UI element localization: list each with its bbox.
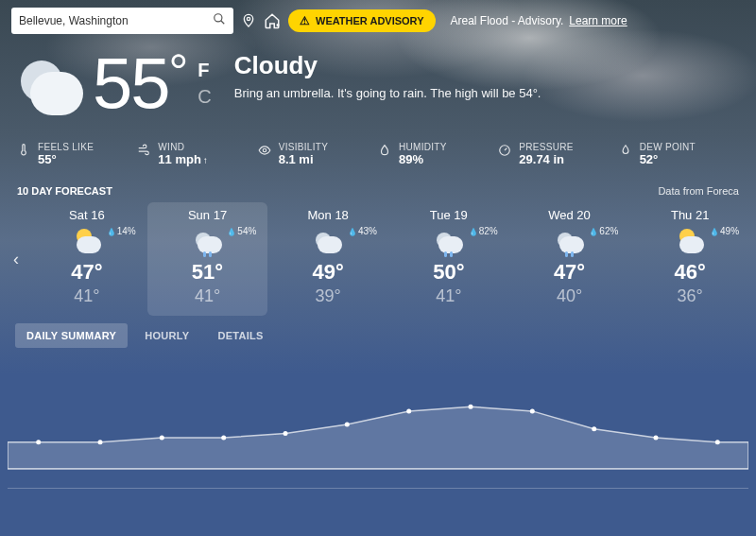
summary-text: Bring an umbrella. It's going to rain. T… [234, 86, 739, 100]
current-temp: 55° [93, 47, 186, 119]
svg-point-16 [530, 408, 535, 413]
search-icon[interactable] [213, 12, 226, 29]
day-weather-icon: 14% [30, 226, 144, 258]
svg-point-5 [263, 148, 266, 152]
svg-point-11 [221, 436, 226, 441]
metric-dew-point: DEW POINT52° [619, 142, 739, 166]
location-pin-icon[interactable] [241, 13, 256, 28]
svg-point-12 [284, 431, 288, 436]
day-high: 50° [392, 260, 506, 285]
day-high: 46° [633, 260, 747, 285]
tab-details[interactable]: DETAILS [206, 323, 274, 348]
day-name: Sun 17 [151, 208, 265, 222]
unit-fahrenheit[interactable]: F [198, 57, 211, 83]
day-precip: 82% [469, 226, 498, 236]
forecast-day[interactable]: Mon 1843%49°39° [267, 202, 388, 316]
day-low: 39° [271, 286, 385, 306]
data-source: Data from Foreca [658, 185, 739, 197]
svg-point-9 [98, 440, 103, 444]
day-high: 49° [271, 260, 385, 285]
humidity-icon [378, 144, 391, 161]
day-low: 36° [633, 286, 747, 306]
day-precip: 49% [710, 226, 739, 236]
search-input[interactable] [19, 14, 213, 27]
warning-icon: ⚠ [300, 14, 310, 27]
forecast-day[interactable]: Thu 2149%46°36° [629, 202, 750, 316]
wind-direction-icon: ↑ [203, 155, 208, 165]
advisory-text: Areal Flood - Advisory. [451, 14, 564, 27]
tab-hourly[interactable]: HOURLY [133, 323, 200, 348]
current-weather-icon [17, 53, 87, 123]
dewpoint-icon [619, 144, 632, 161]
day-name: Tue 19 [392, 208, 506, 222]
forecast-day[interactable]: Tue 1982%50°41° [388, 202, 509, 316]
svg-point-15 [469, 405, 473, 409]
day-precip: 54% [227, 226, 256, 236]
weather-advisory-badge[interactable]: ⚠ WEATHER ADVISORY [288, 9, 436, 32]
day-name: Wed 20 [513, 208, 627, 222]
thermometer-icon [17, 144, 30, 161]
day-name: Thu 21 [633, 208, 747, 222]
day-weather-icon: 43% [271, 226, 385, 258]
day-high: 47° [513, 260, 627, 285]
day-low: 41° [30, 286, 144, 306]
metric-wind: WIND11 mph↑ [137, 142, 257, 166]
metric-feels-like: FEELS LIKE55° [17, 142, 137, 166]
forecast-prev-button[interactable]: ‹ [6, 250, 26, 269]
search-box[interactable] [11, 8, 233, 34]
forecast-title: 10 DAY FORECAST [17, 185, 112, 197]
advisory-label: WEATHER ADVISORY [316, 15, 424, 26]
metric-humidity: HUMIDITY89% [378, 142, 498, 166]
svg-point-0 [215, 14, 222, 22]
day-low: 40° [513, 286, 627, 306]
svg-point-14 [406, 408, 411, 413]
forecast-day[interactable]: Wed 2062%47°40° [509, 202, 630, 316]
svg-point-10 [160, 436, 164, 441]
day-weather-icon: 49% [633, 226, 747, 258]
day-high: 47° [30, 260, 144, 285]
gauge-icon [498, 144, 511, 161]
learn-more-link[interactable]: Learn more [569, 14, 627, 27]
condition-text: Cloudy [234, 51, 739, 80]
home-add-icon[interactable] [264, 12, 281, 29]
day-precip: 14% [107, 226, 136, 236]
day-name: Mon 18 [271, 208, 385, 222]
forecast-day[interactable]: Sun 1754%51°41° [147, 202, 268, 316]
svg-line-7 [505, 148, 507, 150]
svg-point-18 [654, 436, 659, 441]
day-weather-icon: 82% [392, 226, 506, 258]
svg-point-17 [592, 426, 596, 431]
day-high: 51° [151, 260, 265, 285]
day-weather-icon: 62% [513, 226, 627, 258]
forecast-day[interactable]: Sat 1614%47°41° [26, 202, 147, 316]
day-weather-icon: 54% [151, 226, 265, 258]
hourly-chart: 42°50%1AM42°47%3AM43°45%5AM43°44%7AM44°4… [0, 352, 756, 503]
tab-daily-summary[interactable]: DAILY SUMMARY [15, 323, 128, 348]
day-low: 41° [151, 286, 265, 306]
svg-line-1 [221, 21, 225, 25]
eye-icon [258, 144, 271, 161]
day-low: 41° [392, 286, 506, 306]
day-precip: 43% [348, 226, 377, 236]
metric-visibility: VISIBILITY8.1 mi [258, 142, 378, 166]
svg-point-19 [715, 440, 720, 444]
unit-celsius[interactable]: C [198, 83, 211, 110]
metric-pressure: PRESSURE29.74 in [498, 142, 618, 166]
svg-point-2 [247, 17, 249, 20]
day-name: Sat 16 [30, 208, 144, 222]
svg-point-13 [345, 423, 350, 427]
day-precip: 62% [589, 226, 618, 236]
wind-icon [137, 144, 150, 161]
svg-point-8 [36, 440, 41, 444]
